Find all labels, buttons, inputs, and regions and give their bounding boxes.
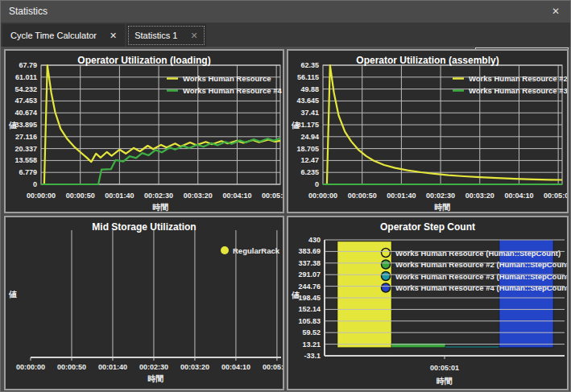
- x-axis-label: 時間: [437, 377, 453, 386]
- x-tick-label: 00:04:10: [221, 363, 250, 371]
- y-tick-label: 0: [315, 180, 319, 188]
- x-tick-label: 00:01:40: [105, 192, 134, 200]
- y-tick-label: 13.21: [302, 340, 321, 349]
- gridlines: [323, 65, 562, 184]
- y-tick-label: 105.83: [298, 317, 321, 325]
- x-tick-label: 00:00:50: [66, 192, 95, 200]
- y-tick-label: 59.52: [302, 328, 321, 336]
- x-tick-label: 00:02:30: [426, 192, 455, 200]
- tab-bar: Cycle Time Calculator ✕ Statistics 1 ✕ +…: [1, 23, 570, 47]
- x-tick-label: 00:05:00: [263, 363, 283, 371]
- chart-canvas: 62.3556.11549.8843.64537.4131.17524.9418…: [288, 51, 567, 212]
- y-tick-label: 12.47: [300, 156, 319, 164]
- x-tick-label: 00:02:30: [139, 363, 168, 371]
- tab-label: Cycle Time Calculator: [10, 31, 97, 40]
- x-tick-label: 00:05:00: [544, 192, 567, 200]
- legend-label: RegularRack: [233, 246, 280, 255]
- legend-marker: [382, 272, 391, 281]
- tab-statistics-1[interactable]: Statistics 1 ✕: [126, 24, 205, 47]
- x-tick-label: 00:01:40: [387, 192, 416, 200]
- x-axis-label: 時間: [153, 203, 169, 212]
- y-tick-label: 56.115: [297, 73, 319, 81]
- legend-marker: [382, 249, 391, 258]
- y-tick-label: 430: [308, 236, 321, 244]
- x-axis-label: 時間: [148, 374, 164, 383]
- x-tick-label: 00:00:00: [16, 363, 45, 371]
- chart-panel-operator-utilization-loading: Operator Utilization (loading) 67.7961.0…: [4, 49, 284, 213]
- x-axis-label: 時間: [435, 203, 451, 212]
- x-tick-label: 00:05:00: [262, 192, 283, 200]
- y-tick-label: 337.38: [298, 259, 321, 267]
- tab-label: Statistics 1: [134, 31, 177, 40]
- y-tick-label: 24.94: [300, 133, 319, 141]
- y-tick-label: 47.453: [14, 97, 37, 105]
- x-tick-label: 00:02:30: [144, 192, 173, 200]
- chart-panel-operator-step-count: Operator Step Count Works Human Resource…: [287, 216, 569, 390]
- y-tick-label: 61.011: [15, 73, 37, 81]
- y-tick-label: 54.232: [14, 85, 37, 93]
- y-tick-label: 43.645: [296, 97, 319, 105]
- legend-label: Works Human Resource #4: [183, 86, 283, 95]
- y-tick-label: 31.175: [296, 121, 319, 129]
- bar: [337, 241, 391, 348]
- window-close-icon[interactable]: ✕: [552, 6, 560, 17]
- chart-canvas: 67.7961.01154.23247.45340.67433.89527.11…: [6, 51, 283, 212]
- tab-cycle-time-calculator[interactable]: Cycle Time Calculator ✕: [2, 24, 125, 47]
- y-tick-label: 33.895: [14, 121, 37, 129]
- y-tick-label: 0: [33, 180, 37, 188]
- x-tick-label: 00:04:10: [504, 192, 533, 200]
- y-tick-label: 18.705: [296, 145, 319, 153]
- legend-marker: [382, 283, 391, 292]
- gridlines: [41, 65, 280, 184]
- bar: [445, 346, 499, 348]
- tab-close-icon[interactable]: ✕: [110, 31, 117, 41]
- x-tick-label: 00:00:00: [308, 192, 337, 200]
- legend-marker: [382, 260, 391, 269]
- tab-close-icon[interactable]: ✕: [190, 31, 197, 41]
- chart-canvas: Works Human Resource (Human::StepCount)W…: [288, 217, 567, 389]
- y-tick-label: 20.337: [14, 145, 37, 153]
- x-tick-label: 00:00:50: [348, 192, 377, 200]
- legend-label: Works Human Resource (Human::StepCount): [395, 249, 561, 258]
- y-tick-label: 37.41: [300, 109, 319, 117]
- y-tick-label: 383.69: [298, 247, 321, 255]
- y-tick-label: 244.76: [298, 283, 321, 291]
- legend-label: Works Human Resource #3: [469, 86, 567, 95]
- legend-label: Works Human Resource #2: [469, 74, 567, 83]
- y-tick-label: 27.116: [15, 133, 37, 141]
- legend-label: Works Human Resource #4 (Human::StepCoun…: [395, 283, 567, 292]
- y-tick-label: 6.779: [19, 168, 37, 176]
- x-tick-label: 00:03:20: [184, 192, 213, 200]
- x-tick-label: 00:03:20: [180, 363, 209, 371]
- chart-title: Operator Step Count: [288, 221, 567, 233]
- y-tick-label: 40.674: [14, 109, 37, 117]
- chart-panel-operator-utilization-assembly: Operator Utilization (assembly) 62.3556.…: [287, 49, 569, 213]
- y-axis-label: 値: [291, 291, 300, 299]
- window-title: Statistics: [9, 6, 48, 17]
- y-tick-label: 198.45: [298, 294, 321, 302]
- y-tick-label: 291.07: [298, 270, 321, 279]
- x-tick-label: 00:00:00: [27, 192, 56, 200]
- chart-panel-mid-storage-utilization: Mid Storage Utilization 00:00:0000:00:50…: [4, 216, 284, 390]
- x-tick-label: 00:05:01: [430, 364, 459, 372]
- chart-title: Operator Utilization (assembly): [288, 55, 567, 66]
- legend-label: Works Human Resource: [183, 74, 271, 83]
- y-tick-label: 49.88: [300, 85, 319, 93]
- y-tick-label: 13.558: [14, 156, 37, 164]
- legend-marker: [221, 246, 229, 254]
- y-tick-label: 6.235: [300, 168, 319, 176]
- x-tick-label: 00:04:10: [222, 192, 251, 200]
- x-tick-label: 00:00:50: [57, 363, 86, 371]
- legend-label: Works Human Resource #3 (Human::StepCoun…: [395, 272, 567, 281]
- y-tick-label: -33.1: [304, 352, 321, 360]
- legend-label: Works Human Resource #2 (Human::StepCoun…: [395, 260, 567, 269]
- y-tick-label: 152.14: [298, 305, 321, 313]
- chart-canvas: 00:00:0000:00:5000:01:4000:02:3000:03:20…: [6, 217, 283, 389]
- title-bar: Statistics ✕: [1, 1, 570, 23]
- y-axis-label: 値: [8, 290, 17, 299]
- chart-title: Mid Storage Utilization: [6, 221, 283, 233]
- y-axis-label: 値: [8, 121, 17, 130]
- chart-title: Operator Utilization (loading): [6, 55, 283, 66]
- x-tick-label: 00:03:20: [465, 192, 494, 200]
- statistics-window: Statistics ✕ Cycle Time Calculator ✕ Sta…: [0, 0, 571, 392]
